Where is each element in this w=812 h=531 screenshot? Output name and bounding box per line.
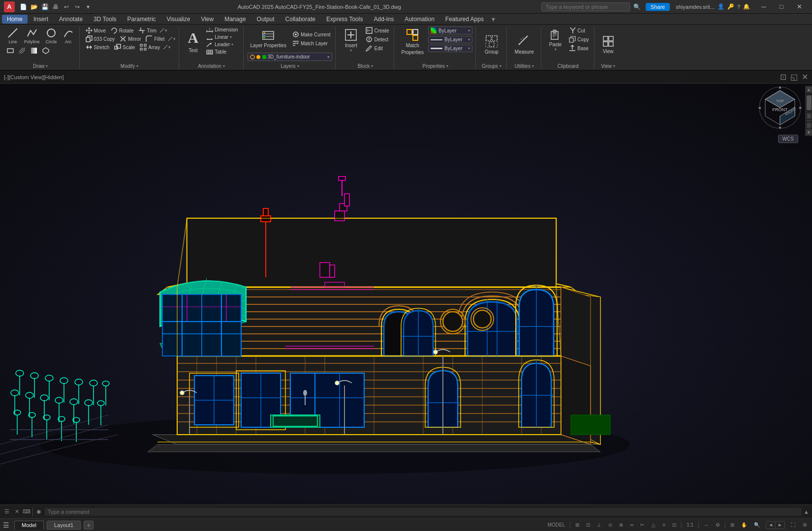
group-button[interactable]: Group	[481, 30, 502, 59]
cut-button[interactable]: Cut	[567, 27, 591, 34]
statusbar-menu-icon[interactable]: ☰	[3, 521, 9, 529]
workspace-switch[interactable]: ⚙	[714, 522, 722, 528]
otrack-tool[interactable]: ∞	[628, 522, 635, 528]
ortho-tool[interactable]: ⊥	[595, 522, 603, 528]
zoom-out-btn[interactable]: −	[807, 122, 812, 128]
hatch-button[interactable]	[17, 47, 28, 55]
layers-group-label[interactable]: Layers ▾	[279, 62, 301, 70]
menu-parametric[interactable]: Parametric	[123, 15, 161, 24]
arc-button[interactable]: Arc	[61, 27, 76, 45]
menu-express[interactable]: Express Tools	[321, 15, 368, 24]
line-button[interactable]: Line	[5, 27, 21, 45]
make-current-button[interactable]: Make Current	[290, 30, 333, 38]
linetype-dropdown[interactable]: ByLayer ▾	[428, 36, 472, 43]
utilities-group-label[interactable]: Utilities ▾	[513, 62, 536, 70]
menu-more[interactable]: ▾	[492, 15, 495, 23]
viewport-maximize-icon[interactable]: ⊡	[780, 72, 786, 82]
view-controls[interactable]: ⊞	[728, 522, 736, 528]
model-tab[interactable]: Model	[14, 521, 44, 530]
polyline-button[interactable]: Polyline	[22, 27, 42, 45]
undo-btn[interactable]: ↩	[62, 2, 71, 11]
block-group-label[interactable]: Block ▾	[356, 62, 375, 70]
groups-group-label[interactable]: Groups ▾	[480, 62, 503, 70]
command-close-icon[interactable]: ✕	[13, 508, 21, 516]
command-prompt-icon[interactable]: ⌨	[23, 508, 31, 516]
menu-featured[interactable]: Featured Apps	[440, 15, 489, 24]
circle-button[interactable]: Circle	[43, 27, 60, 45]
navigation-cube[interactable]: FRONT RIGHT TOP ▲ ▼ ◄ ►	[758, 86, 802, 130]
leader-button[interactable]: Leader ▾	[204, 41, 240, 48]
match-properties-button[interactable]: Match Properties	[398, 27, 427, 57]
search-icon[interactable]: 🔍	[633, 2, 642, 11]
maximize-button[interactable]: □	[773, 0, 790, 14]
move-button[interactable]: Move	[84, 27, 108, 34]
fillet-button[interactable]: Fillet	[144, 35, 166, 43]
zoom-in-btn[interactable]: +	[807, 113, 812, 119]
insert-button[interactable]: Insert ▾	[340, 27, 362, 55]
nav-prev[interactable]: ◄	[766, 522, 775, 528]
nav-next[interactable]: ►	[776, 522, 784, 528]
cmd-expand-btn[interactable]: ▲	[804, 509, 809, 515]
menu-3dtools[interactable]: 3D Tools	[89, 15, 121, 24]
snap-tool[interactable]: ⊡	[584, 522, 592, 528]
detect-block-button[interactable]: Detect	[364, 35, 391, 43]
scroll-thumb[interactable]	[807, 95, 812, 110]
menu-automation[interactable]: Automation	[400, 15, 439, 24]
share-button[interactable]: Share	[646, 3, 670, 11]
autocomplete-icon[interactable]: ◉	[35, 508, 43, 516]
search-input[interactable]	[541, 2, 630, 11]
menu-home[interactable]: Home	[2, 15, 28, 24]
match-layer-button[interactable]: Match Layer	[290, 39, 333, 47]
minimize-button[interactable]: ─	[755, 0, 773, 14]
menu-addins[interactable]: Add-ins	[369, 15, 399, 24]
command-menu-icon[interactable]: ☰	[3, 508, 11, 516]
ducs-tool[interactable]: ⊢	[638, 522, 647, 528]
table-button[interactable]: Table	[204, 49, 240, 55]
layer-properties-button[interactable]: Layer Properties	[248, 27, 289, 51]
text-button[interactable]: A Text	[183, 27, 204, 56]
menu-visualize[interactable]: Visualize	[162, 15, 195, 24]
dimension-button[interactable]: Dimension	[204, 27, 240, 33]
open-btn[interactable]: 📂	[30, 2, 38, 11]
dyn-tool[interactable]: △	[650, 522, 657, 528]
redo-btn[interactable]: ↪	[73, 2, 82, 11]
menu-collaborate[interactable]: Collaborate	[281, 15, 320, 24]
polar-tool[interactable]: ⊙	[606, 522, 614, 528]
modify-group-label[interactable]: Modify ▾	[119, 62, 140, 70]
osnap-tool[interactable]: ⊕	[617, 522, 625, 528]
scale-display[interactable]: 1:1	[685, 522, 695, 528]
pan-tool[interactable]: ✋	[739, 522, 749, 528]
save-btn[interactable]: 💾	[40, 2, 49, 11]
viewport-close-icon[interactable]: ✕	[802, 72, 808, 82]
lw-tool[interactable]: ≡	[660, 522, 667, 528]
stretch-button[interactable]: Stretch	[84, 43, 112, 51]
wcs-badge[interactable]: WCS	[778, 135, 798, 143]
add-tab-btn[interactable]: +	[84, 521, 94, 530]
trim-button[interactable]: Trim	[136, 27, 158, 34]
edit-block-button[interactable]: Edit	[364, 44, 391, 52]
menu-output[interactable]: Output	[252, 15, 280, 24]
command-input[interactable]	[45, 508, 802, 516]
zoom-realtime[interactable]: 🔍	[752, 522, 762, 528]
array-button[interactable]: Array	[138, 43, 162, 51]
properties-group-label[interactable]: Properties ▾	[420, 62, 450, 70]
base-button[interactable]: Base	[567, 44, 591, 52]
new-btn[interactable]: 📄	[19, 2, 28, 11]
scroll-up-btn[interactable]: ▲	[806, 87, 812, 92]
view-button[interactable]: View	[598, 30, 618, 59]
clean-screen[interactable]: ⛶	[789, 522, 798, 528]
boundary-button[interactable]	[40, 47, 51, 55]
viewport-scrollbar[interactable]: ▲ + − ▼	[805, 86, 812, 136]
mirror-button[interactable]: Mirror	[118, 35, 143, 43]
paste-button[interactable]: Paste ▾	[545, 27, 566, 54]
annotation-group-label[interactable]: Annotation ▾	[196, 62, 227, 70]
annotation-scale[interactable]: ↔	[702, 522, 711, 528]
view-group-label[interactable]: View ▾	[599, 62, 617, 70]
scale-button[interactable]: Scale	[112, 43, 137, 51]
settings-icon[interactable]: ⚙	[801, 522, 809, 528]
rectangle-button[interactable]	[5, 47, 16, 55]
scroll-down-btn[interactable]: ▼	[806, 129, 812, 135]
layer-dropdown[interactable]: 3D_furniture-indoor ▾	[248, 53, 333, 61]
viewport-restore-icon[interactable]: ◱	[790, 72, 798, 82]
menu-insert[interactable]: Insert	[29, 15, 53, 24]
